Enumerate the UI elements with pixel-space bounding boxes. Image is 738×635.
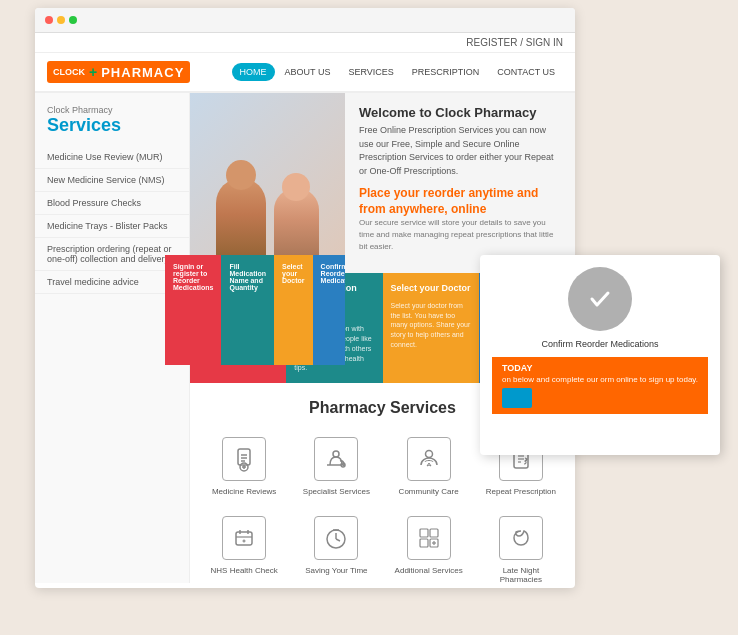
medicine-reviews-icon	[222, 437, 266, 481]
hero-sub-tagline: Our secure service will store your detai…	[359, 217, 561, 253]
partial-step-3-title: Select your Doctor	[282, 263, 305, 284]
specialist-services-icon	[314, 437, 358, 481]
today-box: TODAY on below and complete our orm onli…	[492, 357, 708, 414]
sidebar-large-title: Services	[35, 115, 189, 146]
service-2-label: Specialist Services	[303, 487, 370, 496]
sidebar-item[interactable]: Medicine Trays - Blister Packs	[35, 215, 189, 238]
minimize-dot	[57, 16, 65, 24]
service-3-label: Community Care	[399, 487, 459, 496]
welcome-prefix: Welcome to	[359, 105, 432, 120]
service-6-label: Saving Your Time	[305, 566, 367, 575]
today-title: TODAY	[502, 363, 698, 373]
partial-step-4-title: Confirm Reorder Medications	[321, 263, 345, 284]
sidebar-small-title: Clock Pharmacy	[35, 105, 189, 115]
partial-step-1: Signin or register to Reorder Medication…	[165, 255, 221, 365]
partial-steps-overlay: Signin or register to Reorder Medication…	[165, 255, 345, 365]
service-4-label: Repeat Prescription	[486, 487, 556, 496]
service-item-6[interactable]: Saving Your Time	[294, 510, 378, 583]
nav-services[interactable]: SERVICES	[340, 63, 401, 81]
nhs-health-check-icon	[222, 516, 266, 560]
nav-contact[interactable]: CONTACT US	[489, 63, 563, 81]
service-5-label: NHS Health Check	[211, 566, 278, 575]
step-3-title: Select your Doctor	[391, 283, 471, 295]
service-item-5[interactable]: NHS Health Check	[202, 510, 286, 583]
maximize-dot	[69, 16, 77, 24]
confirm-label: Confirm Reorder Medications	[541, 339, 658, 349]
nav-links: HOME ABOUT US SERVICES PRESCRIPTION CONT…	[232, 63, 563, 81]
partial-step-1-title: Signin or register to Reorder Medication…	[173, 263, 213, 291]
svg-rect-23	[420, 529, 428, 537]
saving-time-icon	[314, 516, 358, 560]
service-item-3[interactable]: Community Care	[387, 431, 471, 502]
hero-image	[190, 93, 345, 273]
step-card-3: Select your Doctor Select your doctor fr…	[383, 273, 479, 383]
top-bar: REGISTER / SIGN IN	[35, 33, 575, 53]
svg-point-7	[333, 451, 339, 457]
community-care-icon	[407, 437, 451, 481]
service-item-1[interactable]: Medicine Reviews	[202, 431, 286, 502]
scene: REGISTER / SIGN IN CLOCK + PHARMACY HOME…	[0, 0, 738, 635]
signup-button[interactable]	[502, 388, 532, 408]
partial-step-3: Select your Doctor	[274, 255, 313, 365]
step-3-desc: Select your doctor from the list. You ha…	[391, 301, 471, 350]
service-item-2[interactable]: Specialist Services	[294, 431, 378, 502]
partial-step-4: Confirm Reorder Medications	[313, 255, 345, 365]
front-overlay-panel: Confirm Reorder Medications TODAY on bel…	[480, 255, 720, 455]
hero-section: Welcome to Clock Pharmacy Free Online Pr…	[190, 93, 575, 273]
partial-step-2: Fill Medication Name and Quantity	[221, 255, 274, 365]
logo-clock-text: CLOCK	[53, 68, 85, 77]
service-7-label: Additional Services	[395, 566, 463, 575]
partial-step-2-title: Fill Medication Name and Quantity	[229, 263, 266, 291]
svg-point-11	[425, 451, 432, 458]
logo-pharmacy-text: PHARMACY	[101, 65, 184, 80]
hero-tagline: Place your reorder anytime and from anyw…	[359, 186, 561, 217]
sidebar-item[interactable]: Medicine Use Review (MUR)	[35, 146, 189, 169]
welcome-heading: Welcome to Clock Pharmacy	[359, 105, 561, 120]
nav-home[interactable]: HOME	[232, 63, 275, 81]
today-desc: on below and complete our orm online to …	[502, 375, 698, 384]
service-1-label: Medicine Reviews	[212, 487, 276, 496]
person-silhouette	[216, 93, 319, 273]
sidebar-item[interactable]: Blood Pressure Checks	[35, 192, 189, 215]
check-circle	[568, 267, 632, 331]
nav-about[interactable]: ABOUT US	[277, 63, 339, 81]
welcome-name: Clock Pharmacy	[435, 105, 536, 120]
svg-rect-25	[420, 539, 428, 547]
hero-text: Welcome to Clock Pharmacy Free Online Pr…	[345, 93, 575, 273]
service-item-8[interactable]: Late Night Pharmacies	[479, 510, 563, 583]
close-dot	[45, 16, 53, 24]
svg-rect-13	[236, 532, 252, 545]
svg-line-21	[336, 539, 340, 541]
service-8-label: Late Night Pharmacies	[485, 566, 557, 583]
register-link[interactable]: REGISTER / SIGN IN	[466, 37, 563, 48]
hero-description: Free Online Prescription Services you ca…	[359, 124, 561, 178]
nav-prescription[interactable]: PRESCRIPTION	[404, 63, 488, 81]
sidebar-item[interactable]: New Medicine Service (NMS)	[35, 169, 189, 192]
window-controls-back	[35, 8, 575, 33]
additional-services-icon	[407, 516, 451, 560]
nav-bar: CLOCK + PHARMACY HOME ABOUT US SERVICES …	[35, 53, 575, 93]
logo-plus-icon: +	[89, 64, 97, 80]
late-night-icon	[499, 516, 543, 560]
logo[interactable]: CLOCK + PHARMACY	[47, 61, 190, 83]
svg-rect-24	[430, 529, 438, 537]
service-item-7[interactable]: Additional Services	[387, 510, 471, 583]
